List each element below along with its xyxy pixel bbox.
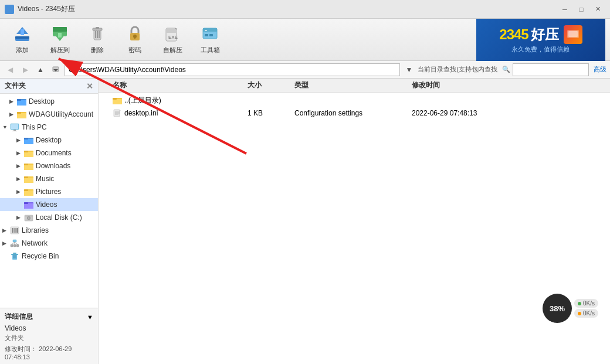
back-button[interactable]: ◀ <box>4 63 16 76</box>
svg-rect-23 <box>203 28 217 32</box>
file-date-cell: 2022-06-29 07:48:13 <box>412 109 608 117</box>
sidebar-item-pc-desktop[interactable]: ▶ Desktop <box>0 134 98 147</box>
music-folder-icon <box>23 174 34 183</box>
sidebar-title: 文件夹 <box>5 81 26 91</box>
extract-label: 解压到 <box>50 46 70 55</box>
close-button[interactable]: ✕ <box>590 4 605 15</box>
add-icon <box>13 25 32 43</box>
sidebar-item-downloads[interactable]: ▶ Downloads <box>0 159 98 172</box>
libraries-icon <box>9 226 20 235</box>
brand-slogan: 永久免费，值得信赖 <box>511 45 570 54</box>
sidebar-detail: 详细信息 ▼ Videos 文件夹 修改时间： 2022-06-29 07:48… <box>0 308 98 364</box>
detail-modified-label: 修改时间： <box>5 345 37 352</box>
pictures-folder-icon <box>23 187 34 196</box>
table-row[interactable]: desktop.ini 1 KB Configuration settings … <box>99 107 610 120</box>
password-label: 密码 <box>128 46 141 55</box>
detail-expand-button[interactable]: 详细信息 ▼ <box>5 312 93 322</box>
sidebar-tree: ▶ Desktop ▶ WDAGUtilityAccount ▼ <box>0 94 98 308</box>
svg-rect-50 <box>24 178 33 183</box>
svg-rect-66 <box>13 240 16 242</box>
svg-rect-67 <box>11 244 13 247</box>
file-list-body: ..(上层目录) desktop.ini 1 KB Configuration … <box>99 93 610 364</box>
minimize-button[interactable]: ─ <box>557 4 572 15</box>
add-button[interactable]: 添加 <box>5 22 40 57</box>
sidebar-item-desktop-top[interactable]: ▶ Desktop <box>0 95 98 108</box>
sidebar-item-videos[interactable]: Videos <box>0 198 98 211</box>
sidebar-item-wdag[interactable]: ▶ WDAGUtilityAccount <box>0 108 98 121</box>
detail-chevron-icon: ▼ <box>87 314 93 321</box>
file-type-cell: Configuration settings <box>294 109 412 117</box>
config-file-icon <box>113 108 122 118</box>
maximize-button[interactable]: □ <box>574 4 589 15</box>
tools-button[interactable]: 工具箱 <box>192 22 228 57</box>
downloads-folder-icon <box>23 161 34 171</box>
disk-icon <box>23 213 34 222</box>
sidebar-label-desktop-top: Desktop <box>29 97 55 106</box>
tree-arrow: ▶ <box>2 227 9 233</box>
download-icon <box>578 312 581 315</box>
column-header-name[interactable]: 名称 <box>101 80 248 90</box>
brand-name: 好压 <box>531 25 559 44</box>
search-input[interactable] <box>513 63 589 76</box>
sidebar-item-recyclebin[interactable]: Recycle Bin <box>0 250 98 263</box>
svg-rect-11 <box>96 27 99 29</box>
sidebar-label-libraries: Libraries <box>22 226 49 234</box>
up-button[interactable]: ▲ <box>34 63 47 76</box>
column-header-type[interactable]: 类型 <box>294 80 412 90</box>
speed-percent: 38% <box>550 304 565 313</box>
column-header-date[interactable]: 修改时间 <box>412 80 608 90</box>
svg-rect-47 <box>24 165 33 170</box>
sidebar-item-thispc[interactable]: ▼ This PC <box>0 121 98 134</box>
sidebar-item-network[interactable]: ▶ Network <box>0 237 98 250</box>
detail-title: 详细信息 <box>5 312 33 322</box>
speed-values: 0K/s 0K/s <box>574 299 598 318</box>
sidebar-label-wdag: WDAGUtilityAccount <box>29 110 93 118</box>
svg-rect-56 <box>24 203 33 209</box>
svg-rect-32 <box>17 99 21 101</box>
delete-button[interactable]: 删除 <box>80 22 115 57</box>
svg-rect-35 <box>17 112 21 114</box>
address-input[interactable] <box>65 63 400 76</box>
recycle-icon <box>9 251 20 261</box>
svg-rect-28 <box>568 31 578 37</box>
svg-rect-19 <box>166 28 177 33</box>
detail-name: Videos <box>5 324 93 332</box>
sidebar-label-thispc: This PC <box>22 123 47 131</box>
file-name: ..(上层目录) <box>124 96 161 106</box>
sidebar-item-libraries[interactable]: ▶ Libraries <box>0 224 98 237</box>
table-row[interactable]: ..(上层目录) <box>99 94 610 107</box>
svg-rect-64 <box>14 228 16 233</box>
tools-icon <box>201 25 219 43</box>
extract-button[interactable]: 解压到 <box>42 22 77 57</box>
folder-icon <box>16 110 27 119</box>
download-value: 0K/s <box>583 310 595 317</box>
tree-arrow: ▶ <box>16 189 23 195</box>
main-area: 文件夹 ✕ ▶ Desktop ▶ WDAGUtilityAccount <box>0 79 610 364</box>
password-button[interactable]: 密码 <box>117 22 152 57</box>
delete-label: 删除 <box>91 46 104 55</box>
file-area: 名称 大小 类型 修改时间 ..(上层目录) <box>99 79 610 364</box>
file-size-cell: 1 KB <box>248 109 294 117</box>
upload-speed: 0K/s <box>574 299 598 308</box>
address-go-button[interactable]: ▼ <box>402 63 415 76</box>
upload-value: 0K/s <box>583 300 595 307</box>
file-name: desktop.ini <box>124 109 158 117</box>
sidebar-close-button[interactable]: ✕ <box>86 81 93 91</box>
download-speed: 0K/s <box>574 309 598 318</box>
sidebar: 文件夹 ✕ ▶ Desktop ▶ WDAGUtilityAccount <box>0 79 99 364</box>
detail-modified: 修改时间： 2022-06-29 07:48:13 <box>5 345 93 360</box>
forward-button[interactable]: ▶ <box>19 63 32 76</box>
sidebar-label-localdisk: Local Disk (C:) <box>36 213 82 222</box>
sidebar-label-documents: Documents <box>36 149 72 157</box>
dropdown-button[interactable] <box>49 63 62 76</box>
search-advanced-link[interactable]: 高级 <box>594 65 606 74</box>
svg-rect-24 <box>205 34 208 36</box>
file-name-cell: desktop.ini <box>101 108 248 118</box>
sidebar-item-documents[interactable]: ▶ Documents <box>0 147 98 159</box>
sidebar-item-music[interactable]: ▶ Music <box>0 172 98 185</box>
sidebar-item-localdisk[interactable]: ▶ Local Disk (C:) <box>0 211 98 224</box>
toolbar: 添加 解压到 删除 <box>0 19 610 61</box>
column-header-size[interactable]: 大小 <box>248 80 294 90</box>
sidebar-item-pictures[interactable]: ▶ Pictures <box>0 185 98 198</box>
selfextract-button[interactable]: EXE 自解压 <box>155 22 190 57</box>
